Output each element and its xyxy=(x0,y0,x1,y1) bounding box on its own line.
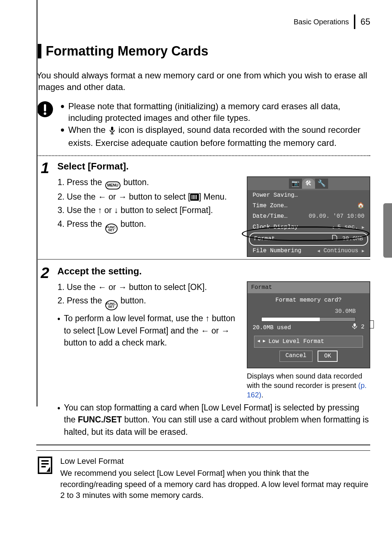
camera-tab-icon: 📷 xyxy=(289,179,302,189)
bullet-dot: ● xyxy=(60,101,65,124)
left-arrow-icon: ← xyxy=(98,282,106,292)
down-arrow-icon: ↓ xyxy=(114,205,118,215)
sound-caption: Displays when sound data recorded with t… xyxy=(247,371,370,400)
tools-tab-icon: 🛠 xyxy=(302,179,315,189)
format-dialog-title: Format xyxy=(248,282,369,293)
side-tab xyxy=(383,203,392,258)
left-arrow-icon: ← xyxy=(201,326,209,335)
print-tab-icon: 🔧 xyxy=(315,179,328,189)
menu-row-format: Format… 30.0MB xyxy=(250,233,367,245)
step-number-2: 2 xyxy=(36,265,54,439)
step-divider xyxy=(36,259,370,259)
warning-text-1: Please note that formatting (initializin… xyxy=(68,101,370,124)
card-icon xyxy=(331,234,338,244)
svg-rect-1 xyxy=(44,104,46,111)
note-icon xyxy=(36,456,54,501)
step1-sub4: Press the FUNC. SET button. xyxy=(67,218,239,234)
section-rule xyxy=(36,445,370,445)
bullet-dot: ● xyxy=(60,124,65,149)
right-arrow-icon: → xyxy=(118,192,127,201)
up-arrow-icon: ↑ xyxy=(98,205,102,215)
page-title: Formatting Memory Cards xyxy=(36,44,370,59)
func-set-button-icon: FUNC. SET xyxy=(105,300,118,310)
page-number: 65 xyxy=(360,17,370,27)
sound-indicator: 2 xyxy=(352,323,364,332)
left-arrow-icon: ← xyxy=(98,192,106,201)
intro-text: You should always format a new memory ca… xyxy=(36,70,370,93)
step1-sub1: Press the MENU button. xyxy=(67,176,239,189)
warning-text-2: When the icon is displayed, sound data r… xyxy=(68,124,370,149)
svg-point-2 xyxy=(44,112,46,115)
microphone-icon xyxy=(352,323,358,332)
section-rule-thin xyxy=(36,450,370,451)
step2-note2: You can stop formatting a card when [Low… xyxy=(64,402,370,438)
menu-row-time-zone: Time Zone…🏠 xyxy=(248,201,369,211)
format-capacity: 30.0MB xyxy=(253,307,356,316)
caution-icon xyxy=(36,101,54,118)
step1-title: Select [Format]. xyxy=(57,160,370,173)
menu-button-icon: MENU xyxy=(105,181,121,189)
warning-box: ● Please note that formatting (initializ… xyxy=(36,101,370,149)
cancel-button: Cancel xyxy=(279,351,313,362)
format-used: 20.0MB used xyxy=(253,324,291,332)
menu-row-date-time: Date/Time…09.09. '07 10:00 xyxy=(248,211,369,222)
dotted-rule xyxy=(36,155,370,156)
page-header: Basic Operations 65 xyxy=(36,15,370,29)
header-divider xyxy=(354,15,355,29)
left-margin-rule xyxy=(36,0,38,406)
step2-sub2: Press the FUNC. SET button. xyxy=(67,295,239,310)
svg-rect-6 xyxy=(354,323,356,327)
ok-button: OK xyxy=(318,351,338,362)
menu-row-power-saving: Power Saving… xyxy=(248,190,369,201)
camera-format-screen: Format Format memory card? 30.0MB 20.0MB… xyxy=(247,281,370,368)
note-box: Low Level Format We recommend you select… xyxy=(36,456,370,501)
low-level-format-option: ◀ ▶ Low Level Format xyxy=(254,336,363,348)
note-body: We recommend you select [Low Level Forma… xyxy=(60,468,370,501)
menu-row-clock-display: Clock Display◀ 5 sec. ▶ xyxy=(248,222,369,233)
tools-tab-icon xyxy=(190,193,199,201)
func-set-button-icon: FUNC. SET xyxy=(105,224,118,234)
menu-row-file-numbering: File Numbering◀ Continuous ▶ xyxy=(248,246,369,256)
step-number-1: 1 xyxy=(36,160,54,257)
chapter-label: Basic Operations xyxy=(294,18,349,26)
format-question: Format memory card? xyxy=(253,296,364,304)
capacity-bar xyxy=(261,317,356,322)
note-title: Low Level Format xyxy=(60,456,370,467)
svg-rect-3 xyxy=(111,127,113,131)
step2-title: Accept the setting. xyxy=(57,265,370,278)
page-title-text: Formatting Memory Cards xyxy=(46,44,208,59)
camera-menu-screen: 📷 🛠 🔧 Power Saving… Time Zone…🏠 Date/Tim… xyxy=(247,176,370,257)
right-arrow-icon: → xyxy=(221,326,229,335)
right-arrow-icon: → xyxy=(118,282,127,292)
step1-sub2: Use the ← or → button to select [] Menu. xyxy=(67,191,239,203)
step2-note1: To perform a low level format, use the ↑… xyxy=(64,312,239,349)
up-arrow-icon: ↑ xyxy=(205,314,210,323)
step2-sub1: Use the ← or → button to select [OK]. xyxy=(67,281,239,293)
callout-bracket xyxy=(369,320,374,328)
step1-sub3: Use the ↑ or ↓ button to select [Format]… xyxy=(67,204,239,216)
microphone-icon xyxy=(109,126,115,137)
